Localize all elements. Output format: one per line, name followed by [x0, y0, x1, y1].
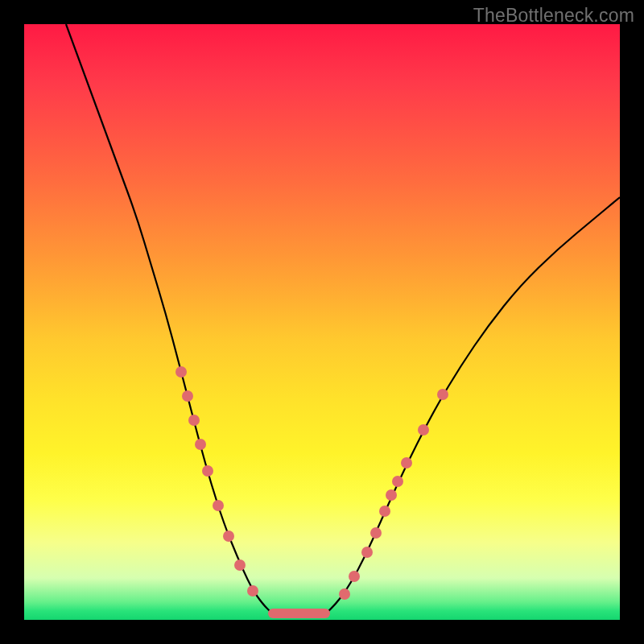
data-marker [195, 439, 206, 450]
data-marker [386, 489, 397, 501]
data-marker [175, 366, 187, 378]
data-marker [223, 530, 234, 542]
data-marker [213, 500, 224, 511]
data-marker [234, 559, 246, 571]
data-marker [392, 476, 403, 487]
right-markers [339, 389, 448, 600]
data-marker [349, 571, 360, 582]
trough-marker [268, 609, 330, 618]
data-marker [437, 389, 448, 400]
outer-frame: TheBottleneck.com [0, 0, 644, 644]
chart-svg [24, 24, 620, 620]
data-marker [182, 390, 193, 402]
data-marker [401, 457, 412, 469]
data-marker [418, 424, 429, 436]
left-markers [175, 366, 258, 597]
data-marker [202, 465, 213, 477]
watermark-label: TheBottleneck.com [473, 5, 634, 27]
data-marker [247, 585, 258, 597]
data-marker [361, 547, 373, 558]
data-marker [339, 588, 350, 600]
data-marker [370, 527, 382, 539]
left-curve [66, 24, 272, 613]
data-marker [188, 415, 200, 426]
data-marker [379, 506, 390, 517]
plot-area [24, 24, 620, 620]
